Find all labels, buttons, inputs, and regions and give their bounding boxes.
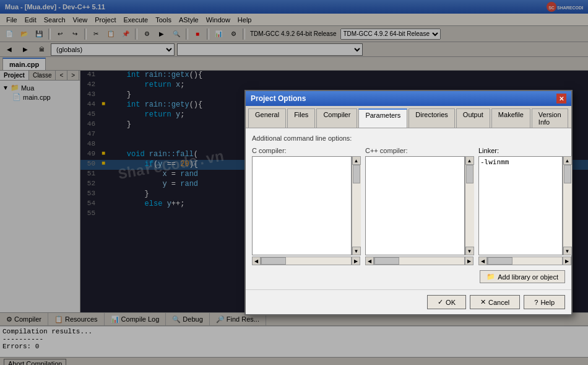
scroll-thumb-c[interactable] [353,165,360,183]
hscroll-right-cpp[interactable]: ▶ [465,257,473,265]
c-compiler-input[interactable] [252,156,352,255]
cpp-compiler-panel: C++ compiler: ▲ ▼ ◀ [365,147,473,265]
dialog-ok-btn[interactable]: ✓ OK [427,295,466,309]
add-lib-label: Add library or object [498,273,558,281]
scroll-down-c[interactable]: ▼ [352,247,361,255]
hscroll-thumb-cpp[interactable] [374,257,399,265]
hscroll-left-c[interactable]: ◀ [252,257,261,265]
hscroll-thumb-c[interactable] [261,257,286,265]
c-compiler-scrollbar: ▲ ▼ [352,156,360,255]
cpp-compiler-scrollbar: ▲ ▼ [465,156,473,255]
dialog-tab-makefile[interactable]: Makefile [491,108,530,128]
hscroll-track-linker [487,257,563,265]
scroll-down-linker[interactable]: ▼ [563,247,572,255]
dialog-close-btn[interactable]: ✕ [556,94,566,103]
scroll-track-c [352,165,361,247]
cpp-compiler-input[interactable] [365,156,465,255]
help-icon: ? [534,299,538,306]
cpp-compiler-label: C++ compiler: [365,147,473,154]
linker-panel: Linker: -lwinmm ▲ ▼ ◀ [478,147,571,265]
scroll-thumb-cpp[interactable] [466,165,473,183]
hscroll-left-cpp[interactable]: ◀ [365,257,374,265]
dialog-tab-compiler[interactable]: Compiler [316,108,357,128]
c-compiler-hscroll: ◀ ▶ [252,257,360,265]
dialog-tab-general[interactable]: General [248,108,286,128]
linker-scrollbar: ▲ ▼ [563,156,571,255]
scroll-track-cpp [465,165,474,247]
scroll-up-linker[interactable]: ▲ [563,156,572,165]
hscroll-right-c[interactable]: ▶ [352,257,360,265]
hscroll-right-linker[interactable]: ▶ [563,257,571,265]
dialog-tab-directories[interactable]: Directories [409,108,455,128]
dialog-body: Additional command line options: C compi… [246,128,571,289]
ok-checkmark-icon: ✓ [438,298,443,306]
dialog-tab-output[interactable]: Output [456,108,490,128]
scroll-track-linker [563,165,572,247]
dialog-actions-bottom: 📁 Add library or object [252,270,565,283]
compiler-panels: C compiler: ▲ ▼ ◀ [252,147,565,265]
add-library-btn[interactable]: 📁 Add library or object [480,270,565,283]
scroll-up-c[interactable]: ▲ [352,156,361,165]
dialog-subtitle: Additional command line options: [252,134,565,142]
dialog-tab-files[interactable]: Files [287,108,315,128]
scroll-down-cpp[interactable]: ▼ [465,247,474,255]
cancel-label: Cancel [488,299,509,306]
linker-label: Linker: [478,147,571,154]
scroll-up-cpp[interactable]: ▲ [465,156,474,165]
c-compiler-label: C compiler: [252,147,360,154]
project-options-dialog: Project Options ✕ General Files Compiler… [244,90,573,315]
linker-hscroll: ◀ ▶ [478,257,571,265]
hscroll-left-linker[interactable]: ◀ [478,257,487,265]
dialog-footer: ✓ OK ✕ Cancel ? Help [246,289,571,314]
dialog-tab-versioninfo[interactable]: Version Info [532,108,568,128]
dialog-tabs: General Files Compiler Parameters Direct… [246,106,571,128]
modal-overlay: Project Options ✕ General Files Compiler… [0,0,588,365]
ok-label: OK [446,299,456,306]
hscroll-track-c [261,257,352,265]
dialog-cancel-btn[interactable]: ✕ Cancel [470,295,520,309]
cpp-hscroll: ◀ ▶ [365,257,473,265]
hscroll-thumb-linker[interactable] [488,257,512,265]
cancel-icon: ✕ [480,298,486,306]
c-compiler-panel: C compiler: ▲ ▼ ◀ [252,147,360,265]
add-lib-icon: 📁 [486,273,495,281]
dialog-title-bar: Project Options ✕ [246,91,571,106]
help-label: Help [540,299,555,306]
hscroll-track-cpp [374,257,465,265]
linker-input[interactable]: -lwinmm [478,156,563,255]
scroll-thumb-linker[interactable] [564,165,571,183]
dialog-tab-parameters[interactable]: Parameters [358,108,407,128]
dialog-title-text: Project Options [251,94,306,103]
dialog-help-btn[interactable]: ? Help [524,295,565,309]
